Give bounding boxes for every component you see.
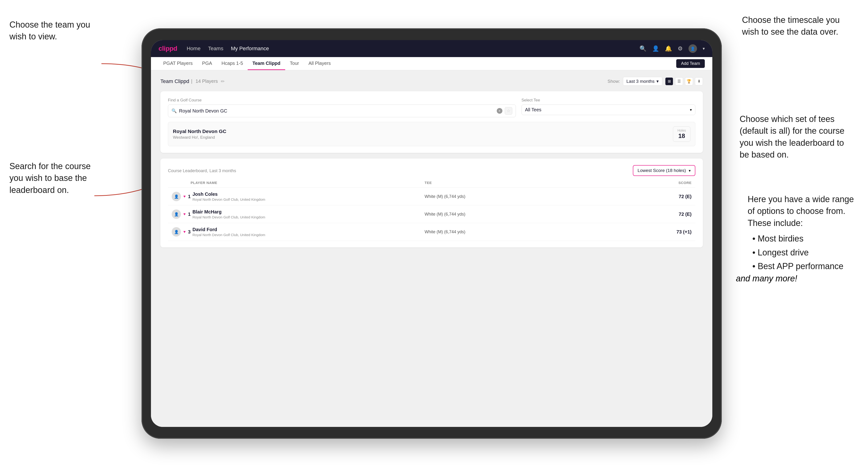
tee-select[interactable]: All Tees ▾ bbox=[522, 104, 695, 115]
subnav-hcaps[interactable]: Hcaps 1-5 bbox=[217, 57, 248, 70]
person-icon[interactable]: 👤 bbox=[652, 45, 659, 52]
nav-teams[interactable]: Teams bbox=[208, 45, 223, 52]
chevron-down-icon: ▾ bbox=[656, 79, 659, 84]
tee-info-3: White (M) (6,744 yds) bbox=[425, 229, 658, 235]
team-title: Team Clippd bbox=[160, 78, 189, 85]
avatar-2: 👤 bbox=[172, 210, 181, 219]
avatar-1: 👤 bbox=[172, 192, 181, 201]
option-app: Best APP performance bbox=[752, 260, 854, 272]
col-rank bbox=[172, 181, 191, 185]
add-team-button[interactable]: Add Team bbox=[676, 59, 705, 68]
subnav-all-players[interactable]: All Players bbox=[304, 57, 335, 70]
tee-chevron-icon: ▾ bbox=[690, 107, 692, 112]
heart-icon-3: ♥ bbox=[183, 230, 186, 234]
score-type-select[interactable]: Lowest Score (18 holes) ▾ bbox=[633, 165, 695, 176]
leaderboard-card: Course Leaderboard, Last 3 months Lowest… bbox=[160, 158, 703, 247]
show-label: Show: bbox=[608, 79, 620, 84]
col-score: SCORE bbox=[658, 181, 691, 185]
download-button[interactable]: ⬇ bbox=[695, 77, 703, 85]
holes-badge: Holes 18 bbox=[673, 126, 690, 142]
nav-my-performance[interactable]: My Performance bbox=[231, 45, 269, 52]
player-club-1: Royal North Devon Golf Club, United King… bbox=[192, 197, 425, 201]
table-row: 👤 ♥ 1 Blair McHarg Royal North Devon Gol… bbox=[168, 206, 695, 223]
show-controls: Show: Last 3 months ▾ ⊞ ☰ 🏆 ⬇ bbox=[608, 77, 703, 86]
leaderboard-title: Course Leaderboard, Last 3 months bbox=[168, 168, 236, 173]
navbar-links: Home Teams My Performance bbox=[187, 45, 640, 52]
find-course-group: Find a Golf Course 🔍 Royal North Devon G… bbox=[168, 98, 516, 117]
trophy-icon-button[interactable]: 🏆 bbox=[685, 77, 693, 85]
player-name-3: David Ford bbox=[192, 227, 425, 232]
option-drive: Longest drive bbox=[752, 247, 854, 258]
col-tee: TEE bbox=[425, 181, 658, 185]
tablet-screen: clippd Home Teams My Performance 🔍 👤 🔔 ⚙… bbox=[151, 40, 712, 427]
player-name-1: Josh Coles bbox=[192, 191, 425, 197]
team-count: | 14 Players bbox=[191, 79, 218, 84]
player-rank-2: 👤 ♥ 1 bbox=[172, 210, 191, 219]
tee-info-2: White (M) (6,744 yds) bbox=[425, 212, 658, 217]
heart-icon-2: ♥ bbox=[183, 212, 186, 216]
annotation-right-options: Here you have a wide range of options to… bbox=[748, 193, 854, 274]
player-name-2: Blair McHarg bbox=[192, 209, 425, 215]
subnav-team-clippd[interactable]: Team Clippd bbox=[248, 57, 285, 70]
score-3: 73 (+1) bbox=[658, 229, 691, 235]
heart-icon-1: ♥ bbox=[183, 194, 186, 198]
course-info: Royal North Devon GC Westward Ho!, Engla… bbox=[173, 129, 226, 140]
subnav-pga[interactable]: PGA bbox=[197, 57, 217, 70]
score-type-label: Lowest Score (18 holes) bbox=[638, 168, 686, 173]
annotation-more: and many more! bbox=[736, 274, 797, 283]
player-rank-3: 👤 ♥ 3 bbox=[172, 227, 191, 237]
search-icon[interactable]: 🔍 bbox=[640, 45, 647, 52]
table-header: PLAYER NAME TEE SCORE bbox=[168, 181, 695, 188]
star-button[interactable]: ☆ bbox=[505, 107, 512, 115]
team-header: Team Clippd | 14 Players ✏ Show: Last 3 … bbox=[160, 77, 703, 86]
option-birdies: Most birdies bbox=[752, 233, 854, 245]
select-tee-group: Select Tee All Tees ▾ bbox=[522, 98, 695, 117]
score-2: 72 (E) bbox=[658, 212, 691, 217]
subnav-pgat-players[interactable]: PGAT Players bbox=[158, 57, 197, 70]
col-player: PLAYER NAME bbox=[191, 181, 425, 185]
annotation-left-middle: Search for the course you wish to base t… bbox=[9, 160, 91, 196]
annotation-right-tees: Choose which set of tees (default is all… bbox=[740, 113, 844, 161]
view-icons: ⊞ ☰ 🏆 ⬇ bbox=[665, 77, 703, 85]
table-row: 👤 ♥ 1 Josh Coles Royal North Devon Golf … bbox=[168, 188, 695, 206]
table-row: 👤 ♥ 3 David Ford Royal North Devon Golf … bbox=[168, 223, 695, 241]
tablet-frame: clippd Home Teams My Performance 🔍 👤 🔔 ⚙… bbox=[142, 28, 722, 439]
player-info-2: Blair McHarg Royal North Devon Golf Club… bbox=[191, 209, 425, 219]
clear-search-button[interactable]: × bbox=[497, 108, 502, 114]
settings-icon[interactable]: ⚙ bbox=[678, 45, 683, 52]
navbar: clippd Home Teams My Performance 🔍 👤 🔔 ⚙… bbox=[151, 40, 712, 57]
period-select[interactable]: Last 3 months ▾ bbox=[623, 77, 662, 86]
avatar-chevron-icon: ▾ bbox=[703, 46, 705, 51]
bell-icon[interactable]: 🔔 bbox=[665, 45, 672, 52]
nav-home[interactable]: Home bbox=[187, 45, 200, 52]
player-club-2: Royal North Devon Golf Club, United King… bbox=[192, 215, 425, 219]
leaderboard-table: PLAYER NAME TEE SCORE 👤 ♥ 1 Josh Coles bbox=[168, 181, 695, 241]
search-icon: 🔍 bbox=[172, 108, 177, 114]
subnav-tour[interactable]: Tour bbox=[285, 57, 304, 70]
leaderboard-header: Course Leaderboard, Last 3 months Lowest… bbox=[168, 165, 695, 176]
course-search-wrapper: 🔍 Royal North Devon GC × ☆ bbox=[168, 104, 516, 117]
team-title-group: Team Clippd | 14 Players ✏ bbox=[160, 78, 225, 85]
player-info-3: David Ford Royal North Devon Golf Club, … bbox=[191, 227, 425, 237]
edit-icon[interactable]: ✏ bbox=[221, 79, 225, 84]
player-info-1: Josh Coles Royal North Devon Golf Club, … bbox=[191, 191, 425, 201]
list-view-button[interactable]: ☰ bbox=[675, 77, 683, 85]
navbar-logo: clippd bbox=[158, 45, 177, 52]
avatar[interactable]: 👤 bbox=[688, 44, 697, 53]
avatar-3: 👤 bbox=[172, 227, 181, 237]
annotation-top-left: Choose the team you wish to view. bbox=[9, 19, 90, 43]
holes-label: Holes bbox=[677, 129, 686, 132]
player-club-3: Royal North Devon Golf Club, United King… bbox=[192, 233, 425, 237]
course-result: Royal North Devon GC Westward Ho!, Engla… bbox=[168, 122, 695, 146]
tee-value: All Tees bbox=[525, 107, 687, 113]
course-name: Royal North Devon GC bbox=[173, 129, 226, 134]
rank-num-2: 1 bbox=[188, 212, 191, 217]
holes-number: 18 bbox=[677, 132, 686, 139]
score-1: 72 (E) bbox=[658, 194, 691, 199]
navbar-icons: 🔍 👤 🔔 ⚙ 👤 ▾ bbox=[640, 44, 705, 53]
course-search-input[interactable]: Royal North Devon GC bbox=[179, 108, 494, 114]
player-rank-1: 👤 ♥ 1 bbox=[172, 192, 191, 201]
options-list: Most birdies Longest drive Best APP perf… bbox=[748, 233, 854, 272]
grid-view-button[interactable]: ⊞ bbox=[665, 77, 673, 85]
annotation-top-right: Choose the timescale you wish to see the… bbox=[742, 14, 840, 38]
